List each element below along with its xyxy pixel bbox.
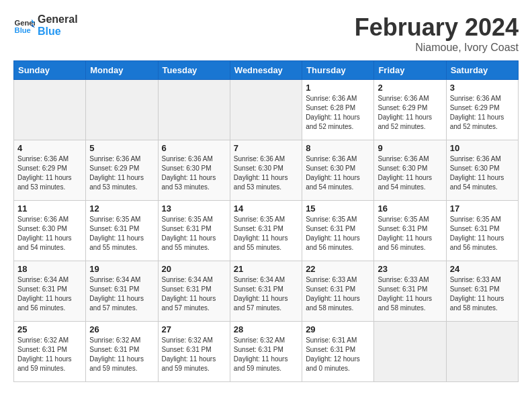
calendar-cell: 10Sunrise: 6:36 AMSunset: 6:30 PMDayligh… <box>446 140 518 201</box>
calendar-cell: 19Sunrise: 6:34 AMSunset: 6:31 PMDayligh… <box>86 261 158 322</box>
calendar-cell: 8Sunrise: 6:36 AMSunset: 6:30 PMDaylight… <box>302 140 374 201</box>
day-number: 9 <box>378 143 442 153</box>
calendar-cell: 13Sunrise: 6:35 AMSunset: 6:31 PMDayligh… <box>158 201 230 261</box>
calendar-cell: 28Sunrise: 6:32 AMSunset: 6:31 PMDayligh… <box>230 322 302 382</box>
calendar-cell: 3Sunrise: 6:36 AMSunset: 6:29 PMDaylight… <box>446 80 518 140</box>
calendar-week-2: 11Sunrise: 6:36 AMSunset: 6:30 PMDayligh… <box>14 201 519 261</box>
day-info: Sunrise: 6:36 AMSunset: 6:30 PMDaylight:… <box>234 154 298 192</box>
calendar-cell: 26Sunrise: 6:32 AMSunset: 6:31 PMDayligh… <box>86 322 158 382</box>
header-row: Sunday Monday Tuesday Wednesday Thursday… <box>14 61 519 80</box>
calendar-cell: 15Sunrise: 6:35 AMSunset: 6:31 PMDayligh… <box>302 201 374 261</box>
calendar-cell: 6Sunrise: 6:36 AMSunset: 6:30 PMDaylight… <box>158 140 230 201</box>
day-number: 18 <box>17 264 82 274</box>
day-number: 20 <box>162 264 226 274</box>
calendar-cell: 11Sunrise: 6:36 AMSunset: 6:30 PMDayligh… <box>14 201 86 261</box>
day-info: Sunrise: 6:36 AMSunset: 6:29 PMDaylight:… <box>378 94 442 132</box>
day-info: Sunrise: 6:33 AMSunset: 6:31 PMDaylight:… <box>306 275 370 313</box>
calendar-cell: 23Sunrise: 6:33 AMSunset: 6:31 PMDayligh… <box>374 261 446 322</box>
day-number: 2 <box>378 83 442 93</box>
month-title: February 2024 <box>355 13 519 42</box>
calendar-cell: 7Sunrise: 6:36 AMSunset: 6:30 PMDaylight… <box>230 140 302 201</box>
day-info: Sunrise: 6:36 AMSunset: 6:30 PMDaylight:… <box>17 215 82 253</box>
calendar-cell: 25Sunrise: 6:32 AMSunset: 6:31 PMDayligh… <box>14 322 86 382</box>
day-info: Sunrise: 6:32 AMSunset: 6:31 PMDaylight:… <box>234 336 298 373</box>
day-info: Sunrise: 6:36 AMSunset: 6:29 PMDaylight:… <box>450 94 515 132</box>
calendar-week-1: 4Sunrise: 6:36 AMSunset: 6:29 PMDaylight… <box>14 140 519 201</box>
day-info: Sunrise: 6:35 AMSunset: 6:31 PMDaylight:… <box>378 215 442 253</box>
day-info: Sunrise: 6:32 AMSunset: 6:31 PMDaylight:… <box>89 336 154 373</box>
day-info: Sunrise: 6:36 AMSunset: 6:28 PMDaylight:… <box>306 94 370 132</box>
calendar-cell: 2Sunrise: 6:36 AMSunset: 6:29 PMDaylight… <box>374 80 446 140</box>
day-info: Sunrise: 6:32 AMSunset: 6:31 PMDaylight:… <box>162 336 226 373</box>
col-sunday: Sunday <box>14 61 86 80</box>
day-number: 11 <box>17 203 82 214</box>
day-number: 25 <box>17 324 82 334</box>
day-number: 21 <box>234 264 298 274</box>
calendar-cell: 20Sunrise: 6:34 AMSunset: 6:31 PMDayligh… <box>158 261 230 322</box>
day-info: Sunrise: 6:36 AMSunset: 6:30 PMDaylight:… <box>162 154 226 192</box>
day-info: Sunrise: 6:34 AMSunset: 6:31 PMDaylight:… <box>89 275 154 313</box>
day-number: 22 <box>306 264 370 274</box>
day-info: Sunrise: 6:33 AMSunset: 6:31 PMDaylight:… <box>450 275 515 313</box>
day-number: 4 <box>17 143 82 153</box>
day-number: 23 <box>378 264 442 274</box>
logo-general: General <box>38 13 78 26</box>
day-info: Sunrise: 6:33 AMSunset: 6:31 PMDaylight:… <box>378 275 442 313</box>
day-info: Sunrise: 6:31 AMSunset: 6:31 PMDaylight:… <box>306 336 370 373</box>
day-info: Sunrise: 6:36 AMSunset: 6:30 PMDaylight:… <box>378 154 442 192</box>
title-area: February 2024 Niamoue, Ivory Coast <box>355 13 519 54</box>
day-info: Sunrise: 6:35 AMSunset: 6:31 PMDaylight:… <box>162 215 226 253</box>
day-number: 8 <box>306 143 370 153</box>
day-info: Sunrise: 6:34 AMSunset: 6:31 PMDaylight:… <box>17 275 82 313</box>
col-wednesday: Wednesday <box>230 61 302 80</box>
day-info: Sunrise: 6:35 AMSunset: 6:31 PMDaylight:… <box>306 215 370 253</box>
day-number: 3 <box>450 83 515 93</box>
col-saturday: Saturday <box>446 61 518 80</box>
calendar-cell: 22Sunrise: 6:33 AMSunset: 6:31 PMDayligh… <box>302 261 374 322</box>
calendar-cell: 27Sunrise: 6:32 AMSunset: 6:31 PMDayligh… <box>158 322 230 382</box>
day-number: 29 <box>306 324 370 334</box>
calendar-cell: 16Sunrise: 6:35 AMSunset: 6:31 PMDayligh… <box>374 201 446 261</box>
day-info: Sunrise: 6:35 AMSunset: 6:31 PMDaylight:… <box>234 215 298 253</box>
calendar-week-0: 1Sunrise: 6:36 AMSunset: 6:28 PMDaylight… <box>14 80 519 140</box>
day-info: Sunrise: 6:36 AMSunset: 6:30 PMDaylight:… <box>450 154 515 192</box>
day-number: 5 <box>89 143 154 153</box>
calendar-cell: 12Sunrise: 6:35 AMSunset: 6:31 PMDayligh… <box>86 201 158 261</box>
logo: General Blue General Blue <box>13 13 78 38</box>
col-friday: Friday <box>374 61 446 80</box>
calendar-cell: 4Sunrise: 6:36 AMSunset: 6:29 PMDaylight… <box>14 140 86 201</box>
day-number: 1 <box>306 83 370 93</box>
calendar-table: Sunday Monday Tuesday Wednesday Thursday… <box>13 60 519 382</box>
day-number: 14 <box>234 203 298 214</box>
day-number: 7 <box>234 143 298 153</box>
calendar-cell: 24Sunrise: 6:33 AMSunset: 6:31 PMDayligh… <box>446 261 518 322</box>
logo-blue: Blue <box>38 26 78 38</box>
day-number: 13 <box>162 203 226 214</box>
calendar-cell: 29Sunrise: 6:31 AMSunset: 6:31 PMDayligh… <box>302 322 374 382</box>
day-number: 6 <box>162 143 226 153</box>
day-info: Sunrise: 6:35 AMSunset: 6:31 PMDaylight:… <box>450 215 515 253</box>
calendar-cell: 14Sunrise: 6:35 AMSunset: 6:31 PMDayligh… <box>230 201 302 261</box>
svg-text:Blue: Blue <box>15 26 31 34</box>
calendar-cell <box>158 80 230 140</box>
logo-icon: General Blue <box>13 15 35 36</box>
day-number: 12 <box>89 203 154 214</box>
day-number: 17 <box>450 203 515 214</box>
calendar-cell: 9Sunrise: 6:36 AMSunset: 6:30 PMDaylight… <box>374 140 446 201</box>
calendar-cell: 21Sunrise: 6:34 AMSunset: 6:31 PMDayligh… <box>230 261 302 322</box>
calendar-cell: 1Sunrise: 6:36 AMSunset: 6:28 PMDaylight… <box>302 80 374 140</box>
day-info: Sunrise: 6:36 AMSunset: 6:29 PMDaylight:… <box>17 154 82 192</box>
day-info: Sunrise: 6:34 AMSunset: 6:31 PMDaylight:… <box>234 275 298 313</box>
day-info: Sunrise: 6:32 AMSunset: 6:31 PMDaylight:… <box>17 336 82 373</box>
header: General Blue General Blue February 2024 … <box>13 13 519 54</box>
calendar-cell <box>86 80 158 140</box>
calendar-cell: 18Sunrise: 6:34 AMSunset: 6:31 PMDayligh… <box>14 261 86 322</box>
col-monday: Monday <box>86 61 158 80</box>
day-number: 27 <box>162 324 226 334</box>
col-tuesday: Tuesday <box>158 61 230 80</box>
day-info: Sunrise: 6:34 AMSunset: 6:31 PMDaylight:… <box>162 275 226 313</box>
day-info: Sunrise: 6:36 AMSunset: 6:30 PMDaylight:… <box>306 154 370 192</box>
day-info: Sunrise: 6:35 AMSunset: 6:31 PMDaylight:… <box>89 215 154 253</box>
day-number: 16 <box>378 203 442 214</box>
day-info: Sunrise: 6:36 AMSunset: 6:29 PMDaylight:… <box>89 154 154 192</box>
